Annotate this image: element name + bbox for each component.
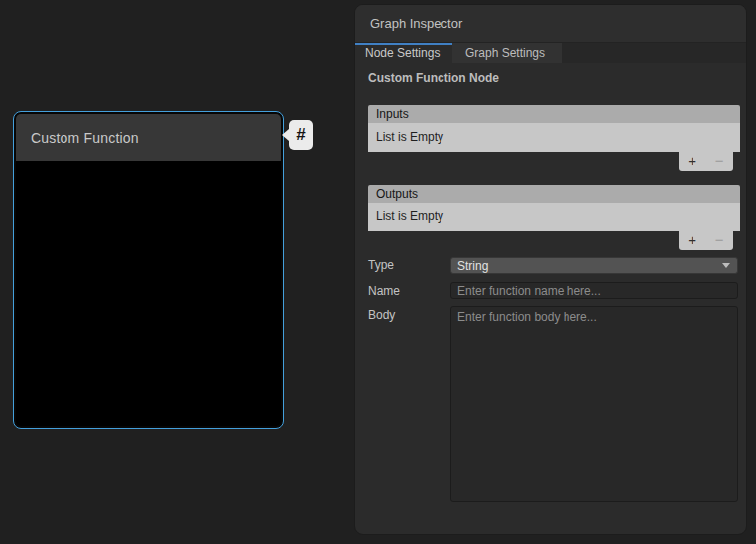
inspector-titlebar: Graph Inspector bbox=[355, 5, 746, 43]
type-label: Type bbox=[368, 257, 394, 274]
custom-function-node[interactable]: Custom Function bbox=[13, 111, 284, 429]
inputs-list-header: Inputs bbox=[368, 105, 740, 123]
graph-inspector-panel: Graph Inspector Node Settings Graph Sett… bbox=[354, 4, 747, 535]
type-dropdown-value: String bbox=[457, 259, 722, 273]
chevron-down-icon bbox=[722, 263, 730, 268]
name-label: Name bbox=[368, 283, 400, 300]
node-title: Custom Function bbox=[31, 130, 139, 146]
body-label: Body bbox=[368, 307, 395, 324]
type-dropdown[interactable]: String bbox=[450, 257, 738, 274]
inspector-tab-bar: Node Settings Graph Settings bbox=[355, 43, 746, 63]
outputs-remove-button[interactable]: − bbox=[706, 231, 734, 250]
inputs-remove-button[interactable]: − bbox=[706, 152, 734, 171]
node-header[interactable]: Custom Function bbox=[16, 114, 281, 161]
inputs-list: Inputs List is Empty + − bbox=[368, 105, 740, 171]
outputs-list-empty-row: List is Empty bbox=[368, 203, 740, 231]
outputs-add-button[interactable]: + bbox=[679, 231, 706, 250]
section-title: Custom Function Node bbox=[368, 71, 499, 85]
tab-graph-settings[interactable]: Graph Settings bbox=[452, 43, 562, 63]
function-body-textarea[interactable] bbox=[450, 306, 738, 502]
tab-node-settings[interactable]: Node Settings bbox=[355, 43, 452, 63]
inputs-list-footer: + − bbox=[679, 152, 733, 171]
node-body bbox=[16, 161, 281, 426]
function-name-input[interactable] bbox=[450, 282, 738, 299]
outputs-list: Outputs List is Empty + − bbox=[368, 185, 740, 250]
badge-pointer-icon bbox=[282, 129, 289, 141]
hash-icon: # bbox=[296, 125, 305, 145]
inspector-title: Graph Inspector bbox=[370, 16, 462, 31]
inputs-add-button[interactable]: + bbox=[679, 152, 706, 171]
outputs-list-footer: + − bbox=[679, 231, 733, 250]
outputs-list-header: Outputs bbox=[368, 185, 740, 203]
node-inner: Custom Function bbox=[16, 114, 281, 426]
inputs-list-empty-row: List is Empty bbox=[368, 123, 740, 152]
hash-badge[interactable]: # bbox=[289, 120, 313, 150]
